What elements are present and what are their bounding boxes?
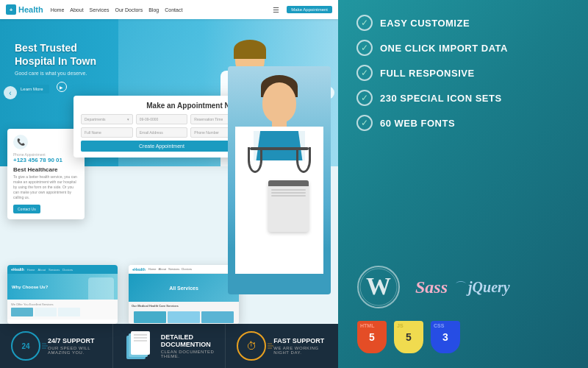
feature-label-2: ONE CLICK IMPORT DATA [380, 43, 508, 54]
tp-card-3 [201, 311, 234, 323]
appointment-form: Make an Appointment Now! Departments ▾ 0… [74, 96, 250, 158]
sp-links: HomeAboutServicesDoctors [27, 268, 114, 272]
features-list: ✓ EASY CUSTOMIZE ✓ ONE CLICK IMPORT DATA… [356, 15, 570, 131]
tp-subtitle: Our Medical Health Care Services [132, 304, 236, 308]
fast-clock-icon: ⏱ [237, 331, 266, 361]
tp-service-cards [132, 309, 236, 324]
sp-hero: Why Choose Us? [7, 274, 118, 300]
website-mockup: + Health Home About Services Our Doctors… [0, 0, 338, 368]
html5-shield: HTML 5 [356, 316, 387, 353]
nav-link-blog[interactable]: Blog [148, 7, 159, 13]
name-input[interactable]: Full Name [81, 127, 133, 138]
bottom-bar: 24 24/7 SUPPORT OUR SPEED WILL AMAZING Y… [0, 324, 338, 368]
speed-lines [42, 344, 48, 349]
tp-card-2 [168, 311, 200, 323]
phone-number: +123 456 78 90 01 [13, 157, 79, 163]
fast-speed-lines [268, 344, 273, 349]
feature-item-2: ✓ ONE CLICK IMPORT DATA [356, 40, 570, 56]
appointment-form-title: Make an Appointment Now! [81, 102, 243, 110]
tp-nav-links: HomeAboutServicesDoctors [148, 267, 192, 271]
sass-jquery-wrap: Sass ⌒ jQuery [415, 277, 510, 297]
clock-icon-wrap: 24 [11, 331, 40, 361]
hamburger-icon[interactable]: ☰ [273, 6, 279, 14]
chevron-down-icon: ▾ [127, 117, 129, 121]
html5-label: HTML [360, 323, 374, 328]
date-input[interactable]: 09-09-0000 [136, 114, 188, 124]
fast-support-item: ⏱ FAST SUPPORT WE ARE WORKING NIGHT DAY. [226, 324, 338, 368]
sp-nav: ♦Health HomeAboutServicesDoctors [7, 265, 118, 274]
feature-label-5: 60 WEB FONTS [380, 118, 455, 129]
css3-label: CSS [434, 323, 444, 328]
nav-cta-button[interactable]: Make Appointment [287, 6, 332, 13]
check-icon-4: ✓ [356, 90, 373, 106]
fast-support-desc: WE ARE WORKING NIGHT DAY. [273, 346, 327, 355]
form-row-1: Departments ▾ 09-09-0000 Reservation Tim… [81, 114, 243, 124]
tp-card-1 [134, 311, 166, 323]
documentation-item: DETAILED DOCUMENTION CLEAN DOCUMENTED TH… [113, 324, 226, 368]
departments-select[interactable]: Departments ▾ [81, 114, 133, 124]
nav-link-services[interactable]: Services [90, 7, 110, 13]
doctor-hair [234, 40, 266, 59]
nav-link-contact[interactable]: Contact [165, 7, 182, 13]
documentation-title: DETAILED DOCUMENTION [161, 333, 215, 348]
sp-content: We Offer You Excellent Services [7, 300, 118, 319]
nav-bar: + Health Home About Services Our Doctors… [0, 0, 338, 19]
support-247-title: 24/7 SUPPORT [48, 337, 101, 344]
left-panel: + Health Home About Services Our Doctors… [0, 0, 338, 368]
html5-version: 5 [369, 332, 375, 342]
clock-symbol: ⏱ [246, 340, 257, 352]
css3-shield: CSS 3 [430, 316, 461, 353]
hero-prev-arrow[interactable]: ‹ [4, 86, 17, 99]
nav-links: Home About Services Our Doctors Blog Con… [51, 7, 266, 13]
js-shield-body: JS 5 [394, 321, 423, 353]
tp-logo: ♦Health [132, 267, 146, 272]
right-panel: ✓ EASY CUSTOMIZE ✓ ONE CLICK IMPORT DATA… [338, 0, 588, 368]
svg-text:W: W [366, 272, 391, 300]
sass-logo: Sass [415, 277, 448, 297]
contact-us-button[interactable]: Contact Us [13, 205, 40, 213]
css3-version: 3 [442, 332, 448, 342]
fast-icon-wrap: ⏱ [237, 331, 266, 361]
jquery-logo: ⌒ jQuery [455, 279, 510, 296]
check-icon-1: ✓ [356, 15, 373, 31]
nav-logo: + Health [6, 4, 43, 15]
js-shield: JS 5 [393, 316, 424, 353]
second-website-preview: ♦Health HomeAboutServicesDoctors Why Cho… [7, 265, 118, 324]
hero-text: Best Trusted Hospital In Town Good care … [15, 41, 96, 93]
js-version: 5 [406, 332, 412, 342]
doctor2-face [262, 82, 296, 123]
feature-label-1: EASY CUSTOMIZE [380, 18, 470, 29]
nav-link-doctors[interactable]: Our Doctors [115, 7, 143, 13]
create-appointment-button[interactable]: Create Appointment [81, 141, 243, 152]
nav-link-about[interactable]: About [70, 7, 83, 13]
clock-icon: 24 [11, 331, 40, 361]
hero-learn-button[interactable]: Learn More [15, 85, 49, 93]
doc-page-front [131, 331, 150, 355]
feature-label-3: FULL RESPONSIVE [380, 68, 475, 79]
check-icon-2: ✓ [356, 40, 373, 56]
feature-label-4: 230 SPECIAL ICON SETS [380, 93, 502, 104]
doc-icon-wrap [124, 331, 154, 361]
feature-item-5: ✓ 60 WEB FONTS [356, 115, 570, 131]
nav-logo-icon: + [6, 4, 16, 15]
email-input[interactable]: Email Address [136, 127, 188, 138]
shield-row: HTML 5 JS 5 CSS 3 [356, 316, 570, 353]
hero-title: Best Trusted Hospital In Town [15, 41, 96, 68]
documentation-text-wrap: DETAILED DOCUMENTION CLEAN DOCUMENTED TH… [161, 333, 215, 358]
support-247-desc: OUR SPEED WILL AMAZING YOU. [48, 346, 101, 355]
wordpress-logo: W [356, 265, 401, 309]
sp-logo: ♦Health [11, 267, 24, 272]
js-label: JS [397, 323, 404, 328]
nav-link-home[interactable]: Home [51, 7, 65, 13]
tech-section: W Sass ⌒ jQuery [356, 265, 570, 353]
nav-logo-text: Health [18, 5, 43, 14]
stethoscope2-left [248, 147, 262, 173]
sass-jquery-row: Sass ⌒ jQuery [415, 277, 510, 297]
phone-icon: 📞 [13, 135, 28, 149]
healthcare-card-title: Best Healthcare [13, 166, 79, 173]
css3-shield-body: CSS 3 [431, 321, 460, 353]
third-website-preview: ♦Health HomeAboutServicesDoctors All Ser… [129, 265, 239, 324]
check-icon-5: ✓ [356, 115, 373, 131]
hero-play-button[interactable]: ▶ [57, 82, 67, 92]
doctor-image-container [228, 66, 331, 294]
